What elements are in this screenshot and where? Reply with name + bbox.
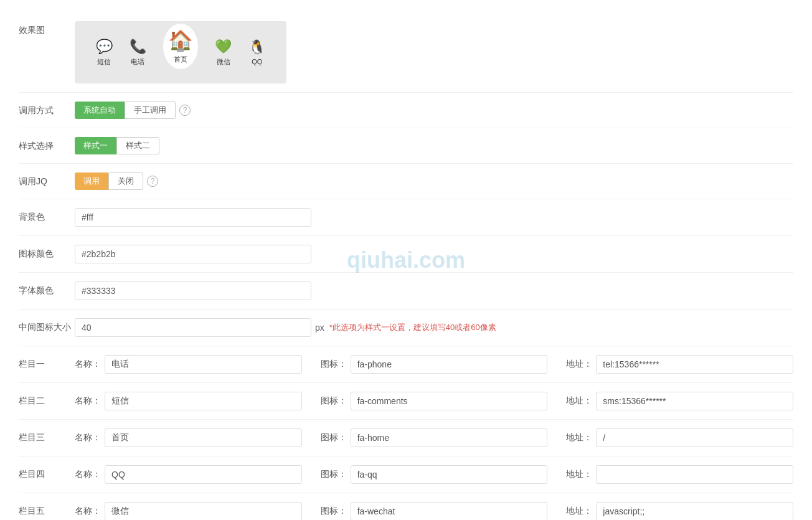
col1-addr-label: 地址： bbox=[566, 359, 592, 370]
col1-addr-input[interactable] bbox=[596, 355, 793, 374]
col4-row: 栏目四 名称： 图标： 地址： bbox=[19, 456, 793, 493]
col2-addr-section: 地址： bbox=[566, 392, 793, 410]
col5-name-input[interactable] bbox=[105, 502, 302, 520]
preview-content: 💬 短信 📞 电话 🏠 首页 💚 微信 🐧 QQ bbox=[75, 21, 793, 83]
col1-row: 栏目一 名称： 图标： 地址： bbox=[19, 346, 793, 383]
col3-icon-input[interactable] bbox=[351, 428, 548, 447]
icon-size-note: *此选项为样式一设置，建议填写40或者60像素 bbox=[329, 322, 496, 333]
style-select-row: 样式选择 样式一 样式二 bbox=[19, 128, 793, 164]
font-color-content bbox=[75, 281, 793, 300]
invoke-method-label: 调用方式 bbox=[19, 102, 75, 116]
col4-name-label: 名称： bbox=[75, 469, 101, 480]
col2-icon-label: 图标： bbox=[321, 395, 347, 407]
invoke-manual-button[interactable]: 手工调用 bbox=[125, 102, 176, 119]
preview-label: 效果图 bbox=[19, 21, 75, 36]
col1-icon-label: 图标： bbox=[321, 359, 347, 370]
style-two-button[interactable]: 样式二 bbox=[116, 137, 159, 154]
invoke-method-row: 调用方式 系统自动 手工调用 ? bbox=[19, 93, 793, 128]
style-select-content: 样式一 样式二 bbox=[75, 137, 793, 154]
col5-content: 名称： 图标： 地址： bbox=[75, 502, 793, 520]
col4-label: 栏目四 bbox=[19, 465, 75, 480]
col3-row: 栏目三 名称： 图标： 地址： bbox=[19, 420, 793, 456]
col3-icon-label: 图标： bbox=[321, 432, 347, 443]
qq-preview-label: QQ bbox=[252, 58, 262, 65]
col4-name-input[interactable] bbox=[105, 465, 302, 484]
invoke-method-content: 系统自动 手工调用 ? bbox=[75, 102, 793, 119]
col4-addr-input[interactable] bbox=[596, 465, 793, 484]
bg-color-content bbox=[75, 208, 793, 227]
preview-item-phone[interactable]: 📞 电话 bbox=[130, 39, 146, 67]
font-color-row: 字体颜色 bbox=[19, 273, 793, 310]
col3-fields: 名称： 图标： 地址： bbox=[75, 428, 793, 447]
invoke-jq-help-icon[interactable]: ? bbox=[147, 176, 158, 187]
icon-size-row: 中间图标大小 px *此选项为样式一设置，建议填写40或者60像素 bbox=[19, 310, 793, 346]
col1-name-label: 名称： bbox=[75, 359, 101, 370]
col4-icon-input[interactable] bbox=[351, 465, 548, 484]
qq-preview-icon: 🐧 bbox=[248, 39, 265, 55]
col2-addr-input[interactable] bbox=[596, 392, 793, 410]
invoke-jq-content: 调用 关闭 ? bbox=[75, 173, 793, 190]
phone-preview-icon: 📞 bbox=[130, 39, 146, 55]
preview-box: 💬 短信 📞 电话 🏠 首页 💚 微信 🐧 QQ bbox=[75, 21, 286, 83]
col2-name-input[interactable] bbox=[105, 392, 302, 410]
col1-icon-input[interactable] bbox=[351, 355, 548, 374]
col5-row: 栏目五 名称： 图标： 地址： bbox=[19, 493, 793, 520]
invoke-jq-on-button[interactable]: 调用 bbox=[75, 173, 108, 190]
icon-size-unit: px bbox=[315, 323, 324, 333]
col2-row: 栏目二 名称： 图标： 地址： bbox=[19, 383, 793, 420]
col3-label: 栏目三 bbox=[19, 428, 75, 443]
bg-color-input[interactable] bbox=[75, 208, 311, 227]
col3-icon-section: 图标： bbox=[321, 428, 548, 447]
col3-name-section: 名称： bbox=[75, 428, 302, 447]
icon-size-label: 中间图标大小 bbox=[19, 318, 75, 333]
invoke-jq-off-button[interactable]: 关闭 bbox=[108, 173, 143, 190]
col2-addr-label: 地址： bbox=[566, 395, 592, 407]
col5-addr-input[interactable] bbox=[596, 502, 793, 520]
icon-color-input[interactable] bbox=[75, 245, 311, 263]
icon-color-content bbox=[75, 245, 793, 263]
invoke-jq-row: 调用JQ 调用 关闭 ? bbox=[19, 164, 793, 199]
icon-color-row: 图标颜色 bbox=[19, 236, 793, 273]
font-color-input[interactable] bbox=[75, 281, 311, 300]
invoke-jq-group: 调用 关闭 bbox=[75, 173, 143, 190]
preview-item-wechat[interactable]: 💚 微信 bbox=[215, 39, 232, 67]
col2-content: 名称： 图标： 地址： bbox=[75, 392, 793, 410]
phone-preview-label: 电话 bbox=[131, 57, 144, 67]
sms-preview-icon: 💬 bbox=[96, 39, 113, 55]
preview-item-sms[interactable]: 💬 短信 bbox=[96, 39, 113, 67]
col2-icon-section: 图标： bbox=[321, 392, 548, 410]
col2-icon-input[interactable] bbox=[351, 392, 548, 410]
col5-addr-section: 地址： bbox=[566, 502, 793, 520]
col1-name-input[interactable] bbox=[105, 355, 302, 374]
col5-name-label: 名称： bbox=[75, 506, 101, 517]
icon-size-input[interactable] bbox=[75, 318, 311, 337]
col2-name-label: 名称： bbox=[75, 395, 101, 407]
col4-fields: 名称： 图标： 地址： bbox=[75, 465, 793, 484]
preview-item-home[interactable]: 🏠 首页 bbox=[163, 24, 198, 69]
home-preview-label: 首页 bbox=[174, 55, 187, 64]
col3-name-input[interactable] bbox=[105, 428, 302, 447]
col1-label: 栏目一 bbox=[19, 355, 75, 370]
invoke-method-help-icon[interactable]: ? bbox=[179, 105, 191, 116]
col4-content: 名称： 图标： 地址： bbox=[75, 465, 793, 484]
col1-content: 名称： 图标： 地址： bbox=[75, 355, 793, 374]
col1-addr-section: 地址： bbox=[566, 355, 793, 374]
sms-preview-label: 短信 bbox=[97, 57, 111, 67]
col4-addr-section: 地址： bbox=[566, 465, 793, 484]
col2-fields: 名称： 图标： 地址： bbox=[75, 392, 793, 410]
style-one-button[interactable]: 样式一 bbox=[75, 137, 116, 154]
col5-icon-input[interactable] bbox=[351, 502, 548, 520]
col4-addr-label: 地址： bbox=[566, 469, 592, 480]
col5-icon-section: 图标： bbox=[321, 502, 548, 520]
invoke-auto-button[interactable]: 系统自动 bbox=[75, 102, 125, 119]
style-select-group: 样式一 样式二 bbox=[75, 137, 159, 154]
bg-color-row: 背景色 bbox=[19, 199, 793, 236]
home-preview-icon: 🏠 bbox=[168, 29, 193, 52]
col5-fields: 名称： 图标： 地址： bbox=[75, 502, 793, 520]
preview-item-qq[interactable]: 🐧 QQ bbox=[248, 39, 265, 65]
col5-label: 栏目五 bbox=[19, 502, 75, 517]
col4-name-section: 名称： bbox=[75, 465, 302, 484]
col3-addr-label: 地址： bbox=[566, 432, 592, 443]
col5-name-section: 名称： bbox=[75, 502, 302, 520]
col3-addr-input[interactable] bbox=[596, 428, 793, 447]
